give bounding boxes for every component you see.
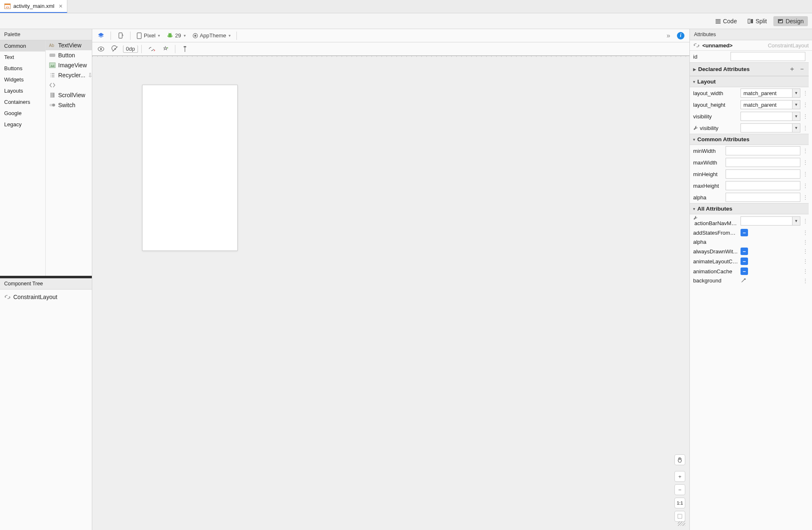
palette-item-button[interactable]: Button	[46, 50, 92, 60]
zoom-fit-button[interactable]: 1:1	[674, 498, 685, 508]
attr-flag-icon[interactable]: ⋮	[803, 90, 805, 96]
minwidth-input[interactable]	[726, 146, 800, 155]
zoom-out-button[interactable]: −	[674, 484, 685, 495]
svg-text:<>: <>	[6, 6, 9, 9]
palette-category-google[interactable]: Google	[0, 108, 45, 119]
remove-attr-button[interactable]: －	[799, 65, 805, 74]
maxheight-input[interactable]	[726, 181, 800, 190]
palette-category-layouts[interactable]: Layouts	[0, 85, 45, 96]
svg-rect-3	[748, 19, 750, 23]
palette-item-switch[interactable]: Switch	[46, 100, 92, 110]
section-layout[interactable]: ▾ Layout	[690, 76, 809, 87]
download-icon[interactable]: ⇩	[88, 72, 92, 79]
palette-item-fragme[interactable]	[46, 80, 92, 90]
view-mode-code[interactable]: Code	[711, 16, 741, 26]
minheight-input[interactable]	[726, 169, 800, 179]
view-mode-split[interactable]: Split	[743, 16, 771, 26]
palette-category-common[interactable]: Common	[0, 40, 45, 52]
chevron-down-icon: ▾	[229, 33, 231, 38]
orientation-button[interactable]	[114, 31, 127, 41]
guidelines-button[interactable]	[179, 44, 191, 54]
attr-row-actionbarnavmode: actionBarNavMode▼⋮	[690, 214, 809, 228]
attr-flag-icon[interactable]: ⋮	[803, 159, 805, 165]
boolean-toggle[interactable]: −	[741, 258, 748, 265]
design-toolbar-constraints: 0dp ✕	[92, 42, 689, 56]
tools-visibility-select[interactable]: ▼	[741, 123, 800, 132]
zoom-controls: + − 1:1	[674, 454, 685, 522]
attr-flag-icon[interactable]: ⋮	[803, 230, 805, 236]
design-canvas[interactable]: + − 1:1	[92, 56, 689, 530]
attr-flag-icon[interactable]: ⋮	[803, 125, 805, 131]
attr-flag-icon[interactable]: ⋮	[803, 148, 805, 154]
boolean-toggle[interactable]: −	[741, 229, 748, 236]
attr-row-maxwidth: maxWidth⋮	[690, 157, 809, 168]
visibility-select[interactable]: ▼	[741, 112, 800, 121]
device-selector[interactable]: Pixel ▾	[134, 31, 162, 40]
layout-width-select[interactable]: match_parent ▼	[741, 88, 800, 98]
attr-flag-icon[interactable]: ⋮	[803, 258, 805, 264]
palette-category-containers[interactable]: Containers	[0, 96, 45, 108]
palette-item-recycler[interactable]: Recycler...⇩	[46, 70, 92, 80]
attr-flag-icon[interactable]: ⋮	[803, 278, 805, 284]
attributes-scroll[interactable]: id ▶ Declared Attributes ＋ － ▾ Layout	[690, 51, 812, 530]
palette-title: Palette	[0, 29, 92, 40]
eyedropper-icon[interactable]	[741, 278, 800, 284]
palette-item-scrollview[interactable]: ScrollView	[46, 90, 92, 100]
attr-flag-icon[interactable]: ⋮	[803, 102, 805, 108]
svg-line-24	[169, 33, 169, 34]
autoconnect-toggle[interactable]	[109, 44, 121, 54]
clear-constraints-button[interactable]: ✕	[145, 44, 157, 54]
brackets-icon	[49, 82, 56, 88]
id-input[interactable]	[731, 52, 805, 61]
view-options-button[interactable]	[95, 45, 107, 53]
left-panel: Palette CommonTextButtonsWidgetsLayoutsC…	[0, 29, 92, 530]
attr-flag-icon[interactable]: ⋮	[803, 171, 805, 177]
attr-flag-icon[interactable]: ⋮	[803, 239, 805, 245]
default-margin-button[interactable]: 0dp	[123, 45, 138, 53]
palette-item-textview[interactable]: AbTextView	[46, 40, 92, 50]
tree-node-constraintlayout[interactable]: ConstraintLayout	[2, 292, 90, 302]
palette-category-text[interactable]: Text	[0, 52, 45, 63]
section-declared[interactable]: ▶ Declared Attributes ＋ －	[690, 62, 809, 76]
surfaces-button[interactable]	[95, 31, 107, 41]
close-tab-icon[interactable]: ✕	[59, 3, 63, 9]
palette-category-widgets[interactable]: Widgets	[0, 74, 45, 85]
view-mode-design[interactable]: Design	[773, 16, 808, 26]
infer-constraints-button[interactable]	[159, 44, 172, 54]
chevron-down-icon[interactable]: ▼	[792, 112, 800, 121]
layout-height-select[interactable]: match_parent ▼	[741, 100, 800, 109]
zoom-reset-button[interactable]	[674, 511, 685, 522]
section-common[interactable]: ▾ Common Attributes	[690, 134, 809, 145]
chevron-down-icon[interactable]: ▼	[792, 88, 800, 98]
boolean-toggle[interactable]: −	[741, 248, 748, 255]
attr-select[interactable]: ▼	[741, 216, 800, 226]
palette-item-imageview[interactable]: ImageView	[46, 60, 92, 70]
alpha-input[interactable]	[726, 193, 800, 202]
chevron-down-icon[interactable]: ▼	[792, 216, 800, 226]
chevron-down-icon[interactable]: ▼	[792, 123, 800, 132]
theme-selector[interactable]: AppTheme ▾	[190, 31, 234, 40]
attr-flag-icon[interactable]: ⋮	[803, 218, 805, 224]
issues-info-button[interactable]: i	[674, 31, 687, 41]
chevron-down-icon: ▾	[158, 33, 160, 38]
boolean-toggle[interactable]: −	[741, 267, 748, 275]
attr-row-addstatesfromc: addStatesFromC...−⋮	[690, 228, 809, 238]
maxwidth-input[interactable]	[726, 158, 800, 167]
chevron-down-icon[interactable]: ▼	[792, 100, 800, 109]
zoom-in-button[interactable]: +	[674, 471, 685, 482]
attr-flag-icon[interactable]: ⋮	[803, 194, 805, 200]
file-tab[interactable]: <> activity_main.xml ✕	[0, 0, 67, 13]
api-selector[interactable]: 29 ▾	[164, 31, 188, 40]
attr-flag-icon[interactable]: ⋮	[803, 268, 805, 274]
attr-flag-icon[interactable]: ⋮	[803, 113, 805, 119]
attr-flag-icon[interactable]: ⋮	[803, 183, 805, 189]
pan-button[interactable]	[674, 454, 685, 465]
list-icon	[49, 72, 56, 79]
palette-category-legacy[interactable]: Legacy	[0, 119, 45, 130]
add-attr-button[interactable]: ＋	[789, 65, 795, 74]
overflow-button[interactable]: »	[664, 31, 673, 41]
device-preview[interactable]	[142, 85, 238, 251]
palette-category-buttons[interactable]: Buttons	[0, 63, 45, 74]
attr-flag-icon[interactable]: ⋮	[803, 248, 805, 254]
section-all[interactable]: ▾ All Attributes	[690, 203, 809, 214]
